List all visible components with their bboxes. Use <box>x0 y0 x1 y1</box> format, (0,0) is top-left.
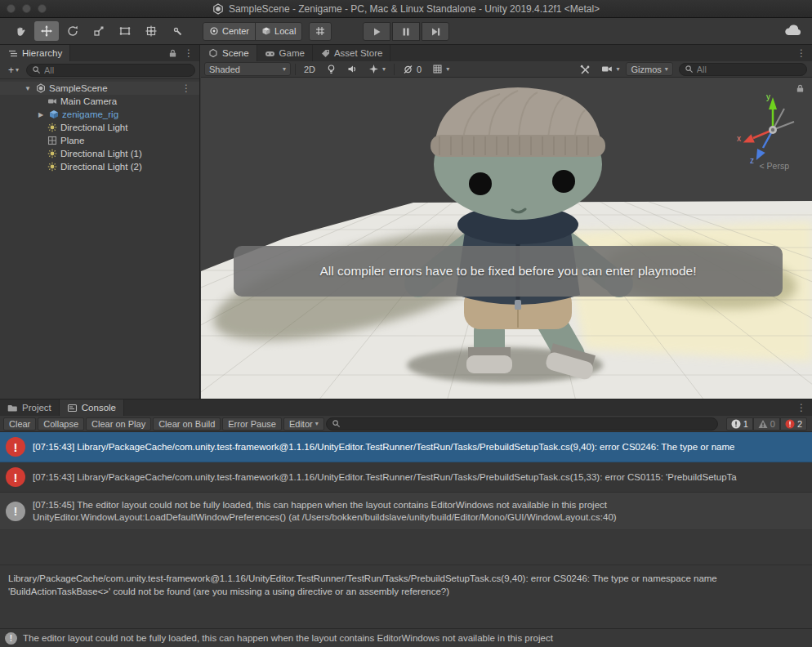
hierarchy-strip-tools: ⋮ <box>163 45 199 61</box>
scene-visibility-toggle[interactable]: 0 <box>399 62 426 76</box>
play-controls <box>363 22 449 41</box>
play-button[interactable] <box>363 22 390 41</box>
component-tools-button[interactable] <box>575 62 595 76</box>
hierarchy-search-input[interactable] <box>44 65 190 75</box>
log-entry-text: [07:15:43] Library/PackageCache/com.unit… <box>33 471 737 484</box>
gizmos-dropdown[interactable]: Gizmos ▾ <box>626 62 672 76</box>
clear-on-build-button[interactable]: Clear on Build <box>153 417 221 431</box>
clear-on-play-button[interactable]: Clear on Play <box>86 417 151 431</box>
axis-x-label[interactable]: x <box>737 134 741 143</box>
divider <box>394 64 395 75</box>
tab-scene[interactable]: Scene <box>201 45 257 61</box>
tree-item-label: Directional Light (1) <box>60 149 142 158</box>
info-count-badge[interactable]: 1 <box>726 417 753 431</box>
search-icon <box>332 419 341 428</box>
scene-grid-dropdown[interactable]: ▾ <box>428 62 453 76</box>
search-icon <box>685 65 694 74</box>
create-menu-button[interactable]: + ▾ <box>4 63 23 77</box>
scene-viewport[interactable]: All compiler errors have to be fixed bef… <box>201 78 812 399</box>
console-menu-button[interactable]: ⋮ <box>796 403 806 413</box>
minimize-button[interactable] <box>22 4 31 13</box>
hierarchy-search[interactable] <box>26 64 195 77</box>
move-tool-button[interactable] <box>34 21 59 41</box>
lock-icon[interactable] <box>168 48 177 58</box>
2d-toggle-button[interactable]: 2D <box>300 62 319 76</box>
rect-tool-button[interactable] <box>113 21 137 41</box>
scene-render[interactable] <box>201 78 812 399</box>
local-rotation-icon <box>261 26 271 36</box>
tree-item-zenigame-rig[interactable]: ▶ zenigame_rig <box>0 108 199 121</box>
error-pause-button[interactable]: Error Pause <box>222 417 282 431</box>
tab-console[interactable]: Console <box>60 399 124 416</box>
grid-snap-button[interactable] <box>309 22 332 41</box>
window-title: SampleScene - Zenigame - PC, Mac & Linux… <box>0 3 812 15</box>
warning-count-badge[interactable]: 0 <box>753 417 780 431</box>
log-entry-error-1[interactable]: ! [07:15:43] Library/PackageCache/com.un… <box>0 432 812 462</box>
tree-item-plane[interactable]: Plane <box>0 134 199 147</box>
scene-search[interactable] <box>679 63 807 76</box>
exclaim-glyph: ! <box>10 634 12 643</box>
gizmo-lock-icon[interactable] <box>796 83 805 93</box>
status-bar[interactable]: ! The editor layout could not be fully l… <box>0 628 812 647</box>
console-search-input[interactable] <box>344 419 712 429</box>
collapse-button[interactable]: Collapse <box>38 417 84 431</box>
info-icon <box>731 419 741 429</box>
effects-icon <box>368 64 379 74</box>
hand-icon <box>14 25 27 38</box>
transform-tool-button[interactable] <box>139 21 163 41</box>
scene-lighting-toggle[interactable] <box>322 62 341 76</box>
local-rotation-button[interactable]: Local <box>255 23 301 40</box>
asset-store-icon <box>320 48 330 58</box>
scene-menu-button[interactable]: ⋮ <box>181 83 191 93</box>
tree-item-main-camera[interactable]: Main Camera <box>0 95 199 108</box>
tab-console-label: Console <box>82 403 116 413</box>
step-button[interactable] <box>422 22 449 41</box>
hierarchy-menu-button[interactable]: ⋮ <box>184 48 194 58</box>
tree-item-directional-light[interactable]: Directional Light <box>0 121 199 134</box>
editor-dropdown[interactable]: Editor ▾ <box>283 417 324 431</box>
main-toolbar: Center Local <box>0 18 812 45</box>
scene-audio-toggle[interactable] <box>343 62 362 76</box>
tab-hierarchy[interactable]: Hierarchy <box>0 45 70 61</box>
status-message: The editor layout could not be fully loa… <box>23 633 553 643</box>
custom-tool-button[interactable] <box>165 21 190 41</box>
tree-item-directional-light-1[interactable]: Directional Light (1) <box>0 147 199 160</box>
pause-button[interactable] <box>392 22 420 41</box>
divider <box>295 64 296 75</box>
log-detail-pane[interactable]: Library/PackageCache/com.unity.test-fram… <box>0 564 812 628</box>
tab-asset-store[interactable]: Asset Store <box>313 45 390 61</box>
orientation-gizmo[interactable]: y x z <box>732 89 810 167</box>
zoom-button[interactable] <box>38 4 47 13</box>
scale-icon <box>92 25 105 38</box>
scene-search-input[interactable] <box>697 65 801 74</box>
axis-z-label[interactable]: z <box>750 156 754 165</box>
tab-project[interactable]: Project <box>0 399 60 416</box>
tree-item-directional-light-2[interactable]: Directional Light (2) <box>0 160 199 173</box>
error-count-badge[interactable]: 2 <box>780 417 807 431</box>
titlebar: SampleScene - Zenigame - PC, Mac & Linux… <box>0 0 812 18</box>
foldout-closed-icon[interactable]: ▶ <box>36 111 46 118</box>
clear-button[interactable]: Clear <box>3 417 36 431</box>
rotate-tool-button[interactable] <box>60 21 85 41</box>
console-search[interactable] <box>326 417 718 431</box>
light-icon <box>47 162 57 172</box>
tab-game[interactable]: Game <box>257 45 313 61</box>
scene-camera-dropdown[interactable]: ▾ <box>597 62 623 76</box>
prefab-cube-icon <box>49 109 59 119</box>
draw-mode-dropdown[interactable]: Shaded ▾ <box>204 62 291 76</box>
projection-mode-button[interactable]: < Persp <box>759 161 789 171</box>
scale-tool-button[interactable] <box>87 21 111 41</box>
axis-y-label[interactable]: y <box>766 92 770 101</box>
log-entry-error-2[interactable]: ! [07:15:43] Library/PackageCache/com.un… <box>0 462 812 493</box>
hand-tool-button[interactable] <box>8 21 33 41</box>
close-button[interactable] <box>7 4 16 13</box>
foldout-open-icon[interactable]: ▼ <box>23 85 33 92</box>
collab-cloud-button[interactable] <box>783 24 804 38</box>
tree-item-scene[interactable]: ▼ SampleScene ⋮ <box>0 82 199 95</box>
scene-effects-dropdown[interactable]: ▾ <box>364 62 390 76</box>
log-entry-warning-1[interactable]: ! [07:15:45] The editor layout could not… <box>0 493 812 530</box>
center-pivot-button[interactable]: Center <box>203 23 255 40</box>
console-log-list: ! [07:15:43] Library/PackageCache/com.un… <box>0 432 812 564</box>
light-icon <box>47 149 57 158</box>
scene-view-menu-button[interactable]: ⋮ <box>796 48 806 58</box>
